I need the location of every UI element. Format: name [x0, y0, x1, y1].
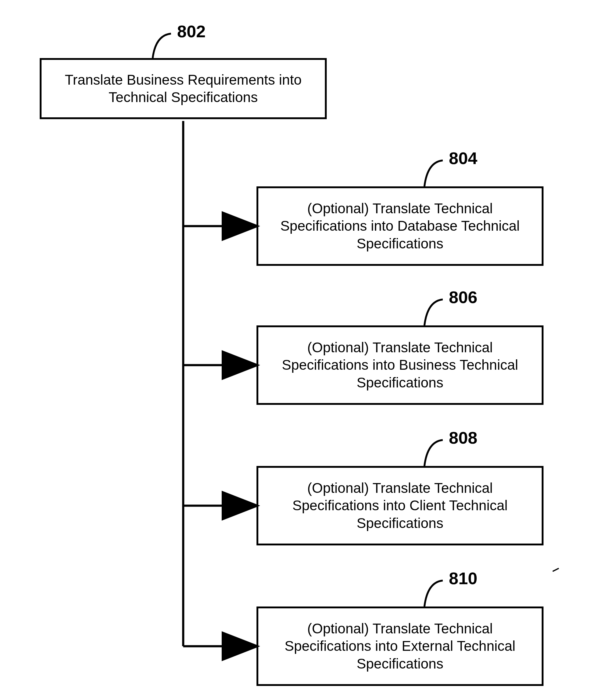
flowchart-canvas: Translate Business Requirements into Tec… — [0, 0, 589, 700]
box-802-text: Translate Business Requirements into Tec… — [51, 71, 316, 106]
box-806-text: (Optional) Translate Technical Specifica… — [267, 339, 533, 392]
box-808-text: (Optional) Translate Technical Specifica… — [267, 479, 533, 532]
label-804: 804 — [449, 148, 477, 168]
label-810: 810 — [449, 568, 477, 588]
label-808: 808 — [449, 428, 477, 448]
box-804-text: (Optional) Translate Technical Specifica… — [267, 200, 533, 253]
label-802: 802 — [177, 21, 205, 41]
box-804: (Optional) Translate Technical Specifica… — [256, 186, 544, 266]
box-810-text: (Optional) Translate Technical Specifica… — [267, 620, 533, 673]
box-802: Translate Business Requirements into Tec… — [40, 58, 327, 119]
box-808: (Optional) Translate Technical Specifica… — [256, 466, 544, 545]
svg-line-1 — [553, 568, 559, 571]
label-806: 806 — [449, 287, 477, 307]
box-806: (Optional) Translate Technical Specifica… — [256, 325, 544, 405]
box-810: (Optional) Translate Technical Specifica… — [256, 606, 544, 686]
